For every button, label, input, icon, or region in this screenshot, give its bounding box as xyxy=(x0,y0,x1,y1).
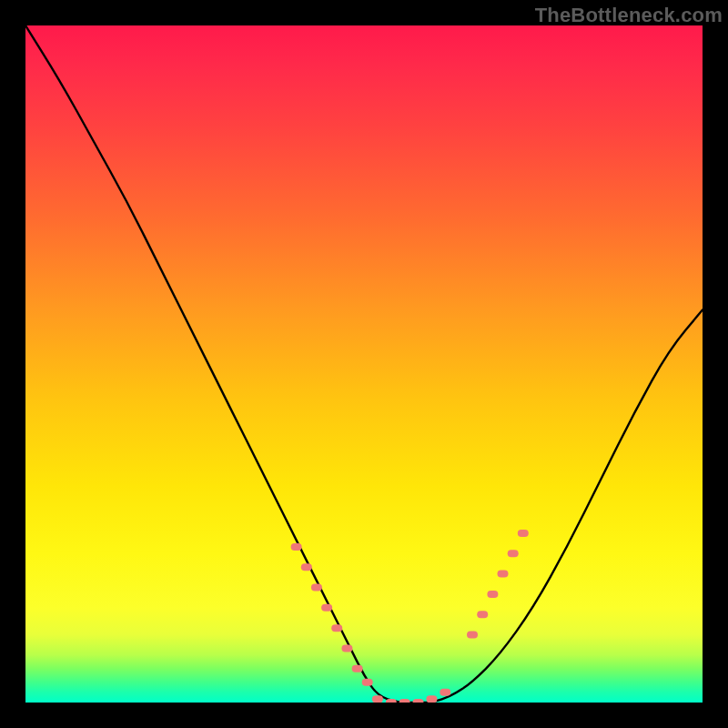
marker-right-cluster xyxy=(487,591,498,598)
marker-valley-cluster xyxy=(399,699,410,703)
data-markers xyxy=(291,530,529,703)
marker-left-cluster xyxy=(301,563,312,571)
marker-valley-cluster xyxy=(440,689,450,696)
marker-left-cluster xyxy=(311,584,322,592)
marker-left-cluster xyxy=(331,624,342,632)
curve-layer xyxy=(25,25,703,703)
marker-right-cluster xyxy=(518,530,529,537)
marker-left-cluster xyxy=(362,679,373,686)
marker-right-cluster xyxy=(498,571,509,578)
marker-right-cluster xyxy=(477,611,488,618)
marker-left-cluster xyxy=(352,665,363,672)
chart-frame xyxy=(25,25,703,703)
marker-valley-cluster xyxy=(413,699,424,703)
marker-left-cluster xyxy=(341,645,352,652)
bottleneck-curve xyxy=(25,25,703,703)
marker-left-cluster xyxy=(321,604,332,612)
marker-right-cluster xyxy=(467,632,478,639)
marker-valley-cluster xyxy=(372,695,383,703)
watermark-text: TheBottleneck.com xyxy=(535,4,723,27)
marker-valley-cluster xyxy=(426,695,437,703)
marker-right-cluster xyxy=(508,550,519,557)
marker-left-cluster xyxy=(291,543,302,551)
